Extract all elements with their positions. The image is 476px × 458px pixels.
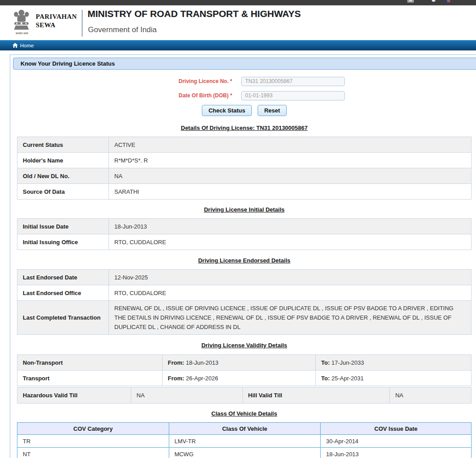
initial-details-heading: Driving License Initial Details xyxy=(17,206,472,213)
row-label: Current Status xyxy=(17,137,109,153)
national-emblem-icon xyxy=(12,9,31,32)
table-row: Old / New DL No. NA xyxy=(17,168,472,184)
row-label: Old / New DL No. xyxy=(17,168,109,184)
dl-number-input[interactable] xyxy=(241,77,345,86)
cov-header-row: COV Category Class Of Vehicle COV Issue … xyxy=(17,423,472,435)
validity-table: Non-Transport From: 18-Jun-2013 To: 17-J… xyxy=(17,354,472,386)
row-label: Holder's Name xyxy=(17,153,109,168)
table-row: Last Completed Transaction RENEWAL OF DL… xyxy=(17,301,472,335)
panel-title: Know Your Driving Licence Status xyxy=(13,58,476,70)
row-value: 18-Jun-2013 xyxy=(109,219,472,234)
dob-row: Date Of Birth (DOB) * xyxy=(17,90,472,101)
parivahan-logo[interactable]: सत्यमेव जयते PARIVAHAN SEWA xyxy=(12,8,79,38)
hazard-hill-table: Hazardous Valid Till NA Hill Valid Till … xyxy=(17,387,472,404)
row-value: R*M*D*S*. R xyxy=(109,153,472,168)
cov-class: LMV-TR xyxy=(169,435,321,448)
row-value: NA xyxy=(109,168,472,184)
panel-content: Driving Licence No. * Date Of Birth (DOB… xyxy=(17,76,472,458)
validity-from: From: 26-Apr-2026 xyxy=(162,371,316,386)
browser-top-strip xyxy=(0,0,476,5)
table-row: Transport From: 26-Apr-2026 To: 25-Apr-2… xyxy=(17,371,472,386)
details-heading: Details Of Driving License: TN31 2013000… xyxy=(17,125,472,132)
row-label: Last Completed Transaction xyxy=(17,301,109,335)
cov-class-header: Class Of Vehicle xyxy=(169,423,321,435)
cov-category: TR xyxy=(17,435,169,448)
kyd-status-panel: Know Your Driving Licence Status Driving… xyxy=(10,54,476,458)
table-row: Initial Issuing Office RTO, CUDDALORE xyxy=(17,234,472,250)
row-label: Source Of Data xyxy=(17,184,109,200)
row-label: Last Endorsed Office xyxy=(17,285,109,301)
cov-issue-date: 30-Apr-2014 xyxy=(321,435,472,448)
ministry-title: MINISTRY OF ROAD TRANSPORT & HIGHWAYS xyxy=(88,8,301,19)
row-value: 12-Nov-2025 xyxy=(109,270,472,285)
table-row: Source Of Data SARATHI xyxy=(17,184,472,200)
validity-to: To: 17-Jun-2033 xyxy=(316,355,472,371)
row-value: RENEWAL OF DL , ISSUE OF DRIVING LICENCE… xyxy=(109,301,472,335)
camera-icon[interactable] xyxy=(407,0,414,3)
nav-home-link[interactable]: Home xyxy=(13,40,34,50)
form-buttons: Check Status Reset xyxy=(17,105,472,116)
cov-issue-date: 18-Jun-2013 xyxy=(321,448,472,458)
table-row: Current Status ACTIVE xyxy=(17,137,472,153)
cov-category-header: COV Category xyxy=(17,423,169,435)
row-label: Initial Issuing Office xyxy=(17,234,109,250)
row-label: Transport xyxy=(17,371,163,386)
cov-table: COV Category Class Of Vehicle COV Issue … xyxy=(17,422,472,458)
hill-value: NA xyxy=(390,387,472,404)
table-row: NT MCWG 18-Jun-2013 xyxy=(17,448,472,458)
row-value: RTO, CUDDALORE xyxy=(109,285,472,301)
validity-from: From: 18-Jun-2013 xyxy=(162,355,316,371)
table-row: Last Endorsed Date 12-Nov-2025 xyxy=(17,270,472,285)
home-icon xyxy=(13,43,18,48)
translate-flag-icon[interactable] xyxy=(447,0,450,2)
cov-issue-date-header: COV Issue Date xyxy=(321,423,472,435)
cov-heading: Class Of Vehicle Details xyxy=(17,410,472,417)
row-value: RTO, CUDDALORE xyxy=(109,234,472,250)
main-navbar: Home xyxy=(0,40,476,50)
validity-details-heading: Driving License Validity Details xyxy=(17,342,472,349)
dob-label: Date Of Birth (DOB) * xyxy=(17,92,232,99)
government-subtitle: Government of India xyxy=(88,25,157,34)
details-table: Current Status ACTIVE Holder's Name R*M*… xyxy=(17,137,472,200)
hill-label: Hill Valid Till xyxy=(242,387,390,404)
row-value: ACTIVE xyxy=(109,137,472,153)
dob-input[interactable] xyxy=(241,91,345,100)
initial-details-table: Initial Issue Date 18-Jun-2013 Initial I… xyxy=(17,218,472,250)
table-row: TR LMV-TR 30-Apr-2014 xyxy=(17,435,472,448)
table-row: Hazardous Valid Till NA Hill Valid Till … xyxy=(17,387,472,404)
check-status-button[interactable]: Check Status xyxy=(202,105,252,116)
dot-icon[interactable] xyxy=(432,0,435,2)
row-value: SARATHI xyxy=(109,184,472,200)
row-label: Initial Issue Date xyxy=(17,219,109,234)
parivahan-sewa-wordmark: PARIVAHAN SEWA xyxy=(36,12,77,29)
nav-home-label: Home xyxy=(20,43,34,48)
hazardous-value: NA xyxy=(131,387,242,404)
table-row: Last Endorsed Office RTO, CUDDALORE xyxy=(17,285,472,301)
emblem-caption: सत्यमेव जयते xyxy=(10,32,34,35)
reset-button[interactable]: Reset xyxy=(258,105,287,116)
cov-class: MCWG xyxy=(169,448,321,458)
row-label: Non-Transport xyxy=(17,355,163,371)
dl-number-row: Driving Licence No. * xyxy=(17,76,472,87)
endorsed-details-table: Last Endorsed Date 12-Nov-2025 Last Endo… xyxy=(17,269,472,335)
table-row: Holder's Name R*M*D*S*. R xyxy=(17,153,472,168)
hazardous-label: Hazardous Valid Till xyxy=(17,387,131,404)
endorsed-details-heading: Driving License Endorsed Details xyxy=(17,257,472,264)
header-divider xyxy=(82,10,83,37)
validity-to: To: 25-Apr-2031 xyxy=(316,371,472,386)
dl-number-label: Driving Licence No. * xyxy=(17,78,232,84)
site-header: सत्यमेव जयते PARIVAHAN SEWA MINISTRY OF … xyxy=(0,5,476,40)
table-row: Non-Transport From: 18-Jun-2013 To: 17-J… xyxy=(17,355,472,371)
cov-category: NT xyxy=(17,448,169,458)
table-row: Initial Issue Date 18-Jun-2013 xyxy=(17,219,472,234)
row-label: Last Endorsed Date xyxy=(17,270,109,285)
